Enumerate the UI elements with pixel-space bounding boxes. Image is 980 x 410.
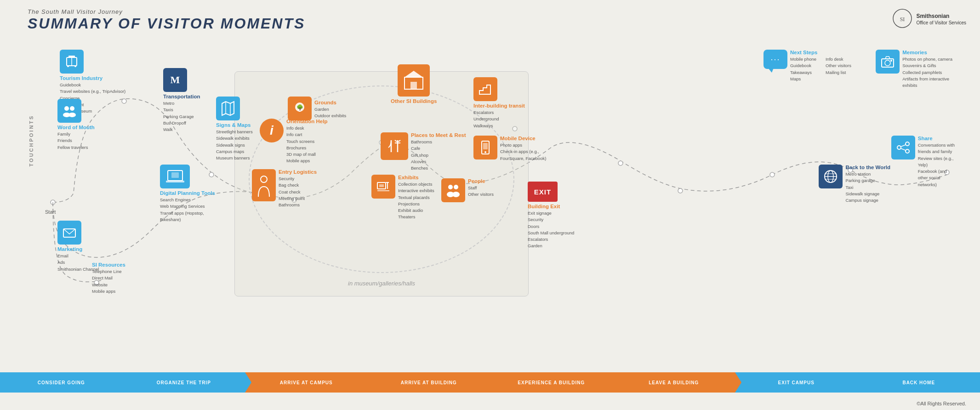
word-of-mouth-items: FamilyFriendsFellow travelers: [57, 131, 88, 151]
svg-text:🌳: 🌳: [296, 104, 303, 111]
svg-point-19: [74, 65, 76, 67]
svg-rect-36: [410, 82, 417, 89]
inter-building-icon: [473, 77, 497, 101]
smithsonian-logo: SI Smithsonian Office of Visitor Service…: [892, 8, 966, 30]
people-items: StaffOther visitors: [468, 185, 494, 198]
svg-rect-41: [379, 184, 384, 187]
orientation-title: Orientation Help: [286, 119, 327, 124]
memories-title: Memories: [902, 50, 952, 55]
marketing-title: Marketing: [57, 246, 82, 252]
digital-planning-title: Digital Planning Tools: [160, 190, 215, 196]
svg-point-37: [261, 176, 267, 182]
svg-point-53: [885, 60, 890, 66]
grounds-title: Grounds: [314, 100, 346, 105]
back-to-world-title: Back to the World: [845, 165, 890, 170]
share-items: Conversations withfriends and familyRevi…: [918, 142, 955, 188]
svg-point-21: [70, 106, 74, 111]
svg-point-23: [68, 113, 76, 117]
main-container: The South Mall Visitor Journey SUMMARY O…: [0, 0, 980, 410]
digital-planning-items: Search EnginesWeb Mapping ServicesTransi…: [160, 197, 205, 223]
svg-point-18: [67, 65, 69, 67]
other-si-icon: [398, 64, 430, 97]
digital-planning-section: Digital Planning Tools Search EnginesWeb…: [160, 165, 215, 223]
transportation-section: M Transportation MetroTaxisParking Garag…: [163, 68, 200, 133]
journey-step-arrive-building: ARRIVE AT BUILDING: [368, 372, 490, 393]
svg-text:SI: SI: [900, 16, 905, 23]
building-exit-section: EXIT Building Exit Exit signageSecurityD…: [528, 182, 574, 250]
journey-step-organize: ORGANIZE THE TRIP: [123, 372, 245, 393]
header-subtitle: The South Mall Visitor Journey: [28, 8, 305, 15]
metro-icon: M: [163, 68, 187, 92]
entry-logistics-icon: [252, 169, 276, 201]
si-resources-title: SI Resources: [92, 262, 125, 268]
luggage-icon: [60, 50, 84, 74]
marketing-icon: [57, 221, 81, 245]
other-si-title: Other SI Buildings: [391, 98, 437, 104]
journey-step-experience: EXPERIENCE A BUILDING: [490, 372, 613, 393]
center-map-label: in museum/galleries/halls: [348, 280, 415, 287]
tourism-title: Tourism Industry: [60, 75, 103, 81]
svg-point-50: [484, 151, 486, 153]
exhibits-section: Exhibits Collection objectsInteractive e…: [371, 175, 434, 221]
people-icon: [441, 178, 465, 202]
next-steps-section: ··· Next Steps Mobile phoneGuidebookTake…: [763, 50, 851, 82]
svg-point-46: [454, 185, 458, 189]
svg-point-57: [906, 149, 909, 153]
svg-point-11: [770, 172, 775, 177]
start-label: Start: [45, 209, 56, 215]
mobile-device-icon: [473, 136, 497, 159]
places-meet-section: Places to Meet & Rest BathroomsCafeGift …: [381, 132, 466, 171]
svg-line-58: [901, 145, 906, 147]
svg-point-45: [448, 185, 453, 189]
next-steps-icon: ···: [763, 50, 787, 69]
grounds-items: GardenOutdoor exhibits: [314, 106, 346, 120]
memories-icon: [876, 50, 900, 74]
memories-section: Memories Photos on phone, cameraSouvenir…: [876, 50, 952, 89]
svg-marker-35: [405, 71, 423, 77]
next-steps-title: Next Steps: [790, 50, 851, 55]
places-meet-items: BathroomsCafeGift shopAlcovesBenches: [411, 139, 466, 171]
building-exit-items: Exit signageSecurityDoorsSouth Mall unde…: [528, 210, 574, 250]
orientation-section: i Orientation Help Info deskInfo cartTou…: [260, 119, 327, 165]
inter-building-items: EscalatorsUndergroundWalkways: [473, 109, 499, 129]
signs-maps-title: Signs & Maps: [216, 122, 251, 128]
smithsonian-text: Smithsonian Office of Visitor Services: [916, 13, 966, 26]
mobile-device-items: Photo appsCheck-in apps (e.g.,FourSquare…: [500, 142, 546, 162]
share-section: Share Conversations withfriends and fami…: [891, 136, 955, 188]
svg-point-55: [906, 142, 909, 146]
svg-point-2: [51, 200, 55, 205]
other-si-section: Other SI Buildings: [391, 64, 437, 105]
transportation-items: MetroTaxisParking GarageBus DropoffWalk: [163, 100, 194, 133]
exhibits-items: Collection objectsInteractive exhibitsTe…: [398, 181, 434, 221]
transportation-title: Transportation: [163, 94, 200, 99]
places-meet-title: Places to Meet & Rest: [411, 132, 466, 138]
smithsonian-logo-icon: SI: [892, 8, 912, 30]
building-exit-icon: EXIT: [528, 182, 558, 202]
word-of-mouth-title: Word of Mouth: [57, 125, 95, 130]
svg-point-56: [897, 146, 901, 149]
next-steps-col2: Info deskOther visitorsMailing list: [826, 56, 851, 82]
word-of-mouth-section: Word of Mouth FamilyFriendsFellow travel…: [57, 99, 95, 151]
svg-marker-25: [222, 102, 234, 115]
people-title: People: [468, 178, 494, 184]
building-exit-title: Building Exit: [528, 204, 560, 209]
entry-logistics-items: SecurityBag checkCoat checkMeeting point…: [279, 176, 317, 208]
journey-step-exit: EXIT CAMPUS: [735, 372, 858, 393]
entry-logistics-section: Entry Logistics SecurityBag checkCoat ch…: [252, 169, 317, 208]
word-of-mouth-icon: [57, 99, 81, 123]
digital-planning-icon: [160, 165, 190, 188]
svg-point-9: [618, 161, 623, 165]
inter-building-section: Inter-building transit EscalatorsUndergr…: [473, 77, 525, 129]
journey-step-arrive-campus: ARRIVE AT CAMPUS: [245, 372, 368, 393]
svg-rect-30: [171, 172, 179, 178]
svg-point-10: [678, 188, 683, 193]
touchpoints-label: TOUCHPOINTS: [28, 115, 34, 167]
places-meet-icon: [381, 132, 408, 160]
share-title: Share: [918, 136, 955, 141]
journey-step-consider: CONSIDER GOING: [0, 372, 123, 393]
mobile-device-title: Mobile Device: [500, 136, 546, 141]
header: The South Mall Visitor Journey SUMMARY O…: [28, 8, 305, 32]
svg-point-48: [452, 192, 460, 197]
memories-items: Photos on phone, cameraSouvenirs & Gifts…: [902, 56, 952, 89]
svg-point-20: [64, 106, 69, 111]
